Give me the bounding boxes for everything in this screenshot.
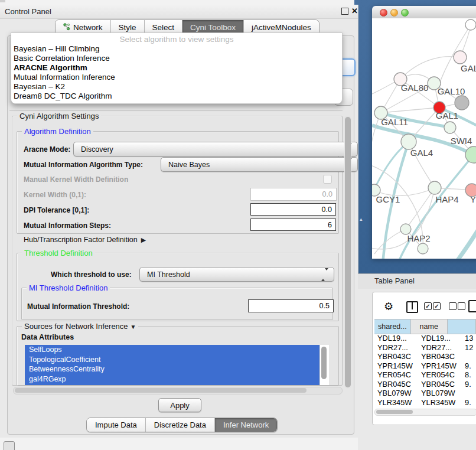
table-cell[interactable]: YLR345W — [374, 398, 421, 407]
apply-button[interactable]: Apply — [158, 398, 201, 412]
table-cell[interactable]: 8. — [465, 370, 476, 379]
algorithm-option[interactable]: Basic Correlation Inference — [11, 54, 342, 63]
select-all-checks-icon[interactable]: ✓ — [433, 302, 441, 310]
network-canvas[interactable]: GALGAL80GAL10GAL1GAL11SWI4GAL4GCY1HAP4YH… — [372, 18, 476, 259]
kernel-width-field[interactable]: 0.0 — [250, 188, 337, 201]
table-cell[interactable]: YER054C — [374, 370, 421, 379]
table-row[interactable]: YBR043CYBR043C — [374, 352, 476, 361]
node-label: HAP2 — [407, 233, 430, 243]
clear-checks-icon[interactable] — [458, 302, 465, 310]
attribute-list-item[interactable]: SelfLoops — [25, 345, 328, 355]
hub-section-toggle[interactable]: Hub/Transcription Factor Definition▶ — [24, 236, 146, 244]
node-label: GAL — [461, 63, 476, 73]
mi-type-select[interactable]: Naive Bayes — [161, 157, 358, 172]
algorithm-option[interactable]: Bayesian – Hill Climbing — [11, 44, 342, 54]
algorithm-option[interactable]: Dream8 DC_TDC Algorithm — [11, 92, 342, 101]
bottom-tab-impute-data[interactable]: Impute Data — [87, 418, 146, 432]
table-cell[interactable]: YDR27... — [421, 343, 465, 352]
node-label: GAL4 — [410, 148, 433, 158]
table-cell[interactable]: 9. — [465, 361, 476, 370]
settings-gear-icon[interactable]: ⚙ — [384, 300, 393, 313]
table-cell[interactable]: YBR043C — [421, 352, 465, 361]
mi-type-label: Mutual Information Algorithm Type: — [24, 161, 143, 169]
table-cell[interactable]: YBR045C — [421, 380, 465, 389]
network-node-HAP4[interactable] — [428, 181, 441, 194]
network-edge[interactable] — [454, 226, 476, 259]
aracne-mode-select[interactable]: Discovery — [73, 142, 358, 156]
hidden-combo-fragment[interactable] — [341, 58, 356, 76]
table-cell[interactable]: 9. — [465, 380, 476, 389]
network-node-node-bottom[interactable] — [418, 243, 428, 254]
close-traffic-light-icon[interactable] — [380, 9, 387, 17]
table-cell[interactable]: YDR27... — [374, 343, 421, 352]
network-canvas-container: GALGAL80GAL10GAL1GAL11SWI4GAL4GCY1HAP4YH… — [372, 18, 476, 259]
float-window-icon[interactable] — [341, 8, 348, 15]
network-node-green-big[interactable] — [465, 146, 476, 163]
table-hscrollbar-thumb[interactable] — [376, 410, 413, 414]
data-attributes-list[interactable]: SelfLoopsTopologicalCoefficientBetweenne… — [25, 345, 328, 385]
settings-group-title: Cyni Algorithm Settings — [17, 112, 101, 120]
mi-steps-field[interactable]: 6 — [250, 219, 336, 231]
settings-vscrollbar-thumb[interactable] — [345, 117, 351, 387]
algorithm-option[interactable]: ARACNE Algorithm — [11, 63, 342, 73]
algorithm-option[interactable]: Mutual Information Inference — [11, 73, 342, 82]
minimized-panel-icon[interactable] — [4, 441, 15, 450]
table-cell[interactable]: YBR045C — [374, 380, 421, 389]
bottom-tab-infer-network[interactable]: Infer Network — [215, 418, 277, 432]
table-row[interactable]: YBR045CYBR045C9. — [374, 380, 476, 389]
manual-kernel-checkbox[interactable] — [323, 175, 332, 184]
table-cell[interactable]: YPR145W — [421, 361, 465, 370]
table-row[interactable]: YPR145WYPR145W9. — [374, 361, 476, 371]
table-body: YDL19...YDL19...13YDR27...YDR27...12YBR0… — [374, 334, 476, 407]
table-cell[interactable]: YDL19... — [374, 334, 421, 343]
table-cell[interactable]: YDL19... — [421, 334, 465, 343]
settings-hscrollbar-thumb[interactable] — [15, 388, 307, 393]
column-layout-icon[interactable] — [406, 301, 418, 313]
table-cell[interactable]: 9. — [465, 398, 476, 407]
table-row[interactable]: YBL079WYBL079W — [374, 389, 476, 398]
zoom-traffic-light-icon[interactable] — [401, 9, 409, 17]
network-edge[interactable] — [400, 57, 460, 79]
table-row[interactable]: YLR345WYLR345W9. — [374, 398, 476, 407]
table-cell[interactable]: YPR145W — [374, 361, 421, 370]
network-node-SWI4[interactable] — [444, 122, 456, 133]
table-row[interactable]: YER054CYER054C8. — [374, 370, 476, 380]
table-cell[interactable]: YBL079W — [374, 389, 421, 397]
table-cell[interactable]: YLR345W — [421, 398, 465, 407]
network-window-titlebar[interactable] — [372, 6, 476, 19]
column-header-shared-name[interactable]: shared... — [374, 319, 411, 334]
attribute-list-item[interactable]: BetweennessCentrality — [25, 364, 328, 374]
close-panel-icon[interactable]: ✕ — [351, 6, 358, 15]
select-all-checks-icon[interactable]: ✓ — [424, 302, 432, 310]
clear-checks-icon[interactable] — [449, 302, 457, 310]
column-header-name[interactable]: name — [411, 319, 448, 334]
which-threshold-select[interactable]: MI Threshold — [139, 267, 334, 282]
divider-arrow-icon[interactable]: ▴ — [360, 216, 363, 222]
table-cell[interactable]: 12 — [465, 343, 476, 352]
network-edge[interactable] — [374, 229, 406, 254]
algorithm-dropdown-list: Bayesian – Hill ClimbingBasic Correlatio… — [11, 44, 342, 101]
network-window[interactable]: GALGAL80GAL10GAL1GAL11SWI4GAL4GCY1HAP4YH… — [372, 6, 476, 259]
table-cell[interactable]: YBL079W — [421, 389, 465, 397]
algorithm-option[interactable]: Bayesian – K2 — [11, 82, 342, 92]
attributes-scrollbar-thumb[interactable] — [321, 347, 327, 379]
function-document-icon[interactable] — [468, 300, 476, 312]
control-panel-titlebar[interactable] — [0, 5, 358, 19]
network-node-node-top[interactable] — [465, 19, 476, 30]
attribute-list-item[interactable]: TopologicalCoefficient — [25, 355, 328, 365]
network-node-gray-node[interactable] — [455, 96, 469, 110]
column-header-partial[interactable] — [448, 319, 476, 334]
dpi-tolerance-field[interactable]: 0.0 — [250, 203, 336, 216]
attribute-list-item[interactable]: gal4RGexp — [25, 374, 328, 384]
mi-threshold-field[interactable]: 0.5 — [248, 299, 334, 312]
table-row[interactable]: YDR27...YDR27...12 — [374, 343, 476, 353]
table-cell[interactable]: YBR043C — [374, 352, 421, 361]
bottom-tab-discretize-data[interactable]: Discretize Data — [146, 418, 215, 432]
table-cell[interactable]: 13 — [465, 334, 476, 343]
table-cell[interactable]: YER054C — [421, 370, 465, 379]
network-node-gal-cut[interactable] — [454, 51, 467, 64]
algorithm-dropdown[interactable]: Select algorithm to view settings Bayesi… — [11, 32, 343, 104]
minimize-traffic-light-icon[interactable] — [390, 9, 398, 17]
node-label: HAP4 — [435, 194, 458, 204]
table-row[interactable]: YDL19...YDL19...13 — [374, 334, 476, 343]
